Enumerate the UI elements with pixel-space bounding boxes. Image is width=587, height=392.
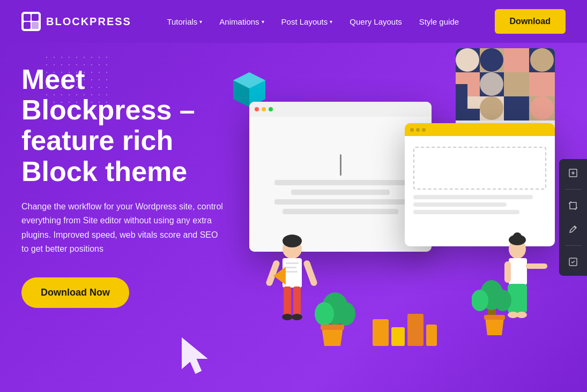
toolbar-icon-transform[interactable] <box>566 165 581 180</box>
hero-title: Meet Blockpress – feature rich Block the… <box>21 64 236 187</box>
browser-dot-red <box>255 107 259 111</box>
svg-rect-33 <box>293 287 301 316</box>
nav-item-post-layouts[interactable]: Post Layouts ▾ <box>281 17 333 26</box>
nav-link-post-layouts[interactable]: Post Layouts ▾ <box>281 17 333 26</box>
geometric-art-tile <box>456 48 555 131</box>
toolbar-divider <box>565 245 581 246</box>
svg-rect-56 <box>373 319 389 346</box>
svg-rect-1 <box>24 14 31 21</box>
brand-name: BLOCKPRESS <box>46 16 131 28</box>
nav-item-query-layouts[interactable]: Query Layouts <box>350 17 402 26</box>
toolbar-icon-shape[interactable] <box>566 254 581 269</box>
svg-point-19 <box>480 72 503 96</box>
download-now-button[interactable]: Download Now <box>21 277 129 308</box>
svg-point-35 <box>292 314 302 320</box>
svg-point-10 <box>456 48 479 72</box>
svg-rect-41 <box>286 271 298 273</box>
svg-rect-64 <box>484 315 505 320</box>
svg-rect-59 <box>426 325 437 346</box>
cursor-icon <box>340 154 341 176</box>
nav-item-style-guide[interactable]: Style guide <box>419 17 459 26</box>
svg-point-25 <box>480 96 503 120</box>
svg-rect-13 <box>504 48 529 72</box>
hero-description: Change the workflow for your Wordpress s… <box>21 200 225 257</box>
right-toolbar <box>559 159 587 276</box>
browser-line <box>413 195 533 199</box>
svg-point-28 <box>530 96 554 120</box>
logo-icon <box>21 12 41 31</box>
svg-point-53 <box>315 302 334 326</box>
chevron-down-icon: ▾ <box>199 19 202 25</box>
logo[interactable]: BLOCKPRESS <box>21 12 131 31</box>
browser-dot-yellow <box>262 107 266 111</box>
svg-rect-55 <box>321 325 344 330</box>
browser-line <box>413 210 519 214</box>
svg-point-62 <box>472 290 488 311</box>
browser-line <box>283 209 398 214</box>
hero-section: Meet Blockpress – feature rich Block the… <box>0 43 587 392</box>
dashed-placeholder <box>413 147 546 190</box>
nav-link-animations[interactable]: Animations ▾ <box>219 17 264 26</box>
browser-line <box>274 199 406 205</box>
plant-pot-left <box>319 325 346 348</box>
svg-rect-39 <box>286 262 299 264</box>
nav-link-tutorials[interactable]: Tutorials ▾ <box>167 17 202 26</box>
svg-rect-26 <box>504 96 529 120</box>
svg-rect-32 <box>284 287 291 316</box>
browser-line <box>413 202 507 207</box>
plant-pot-right <box>482 315 507 337</box>
navbar: BLOCKPRESS Tutorials ▾ Animations ▾ Post… <box>0 0 587 43</box>
browser-dot <box>422 128 426 132</box>
toolbar-icon-edit[interactable] <box>566 222 581 237</box>
cursor-arrow-decoration <box>177 333 220 381</box>
toolbar-divider <box>565 189 581 190</box>
svg-rect-49 <box>526 263 547 269</box>
browser-lines-right <box>405 195 555 214</box>
svg-rect-21 <box>529 72 555 96</box>
browser-bar-right <box>405 123 555 136</box>
hero-text-block: Meet Blockpress – feature rich Block the… <box>21 64 236 308</box>
browser-dot-green <box>269 107 273 111</box>
hero-illustration <box>244 48 555 359</box>
nav-item-animations[interactable]: Animations ▾ <box>219 17 264 26</box>
nav-link-style-guide[interactable]: Style guide <box>419 17 459 26</box>
chevron-down-icon: ▾ <box>330 19 332 25</box>
svg-rect-3 <box>24 22 31 29</box>
download-button[interactable]: Download <box>495 9 566 34</box>
svg-rect-23 <box>467 96 480 109</box>
chevron-down-icon: ▾ <box>262 19 264 25</box>
svg-rect-20 <box>504 72 529 96</box>
svg-rect-57 <box>391 327 405 346</box>
svg-point-44 <box>513 232 522 241</box>
svg-rect-65 <box>570 202 576 209</box>
svg-point-30 <box>283 235 302 247</box>
nav-links: Tutorials ▾ Animations ▾ Post Layouts ▾ … <box>167 17 459 26</box>
svg-rect-4 <box>32 22 39 29</box>
browser-dot <box>416 128 420 132</box>
nav-item-tutorials[interactable]: Tutorials ▾ <box>167 17 202 26</box>
svg-rect-2 <box>32 14 39 21</box>
decorative-blocks <box>373 303 437 348</box>
svg-rect-40 <box>286 267 296 268</box>
svg-point-12 <box>480 48 503 72</box>
svg-point-63 <box>494 290 511 311</box>
svg-rect-58 <box>407 314 423 346</box>
browser-dot <box>410 128 414 132</box>
svg-point-48 <box>516 312 527 318</box>
svg-point-15 <box>530 48 554 72</box>
nav-link-query-layouts[interactable]: Query Layouts <box>350 17 402 26</box>
svg-point-34 <box>282 314 293 320</box>
browser-line <box>291 190 390 195</box>
browser-line <box>274 180 406 185</box>
toolbar-icon-crop[interactable] <box>566 198 581 213</box>
svg-point-54 <box>336 302 355 326</box>
browser-bar-left <box>249 102 432 117</box>
svg-rect-17 <box>456 84 467 96</box>
